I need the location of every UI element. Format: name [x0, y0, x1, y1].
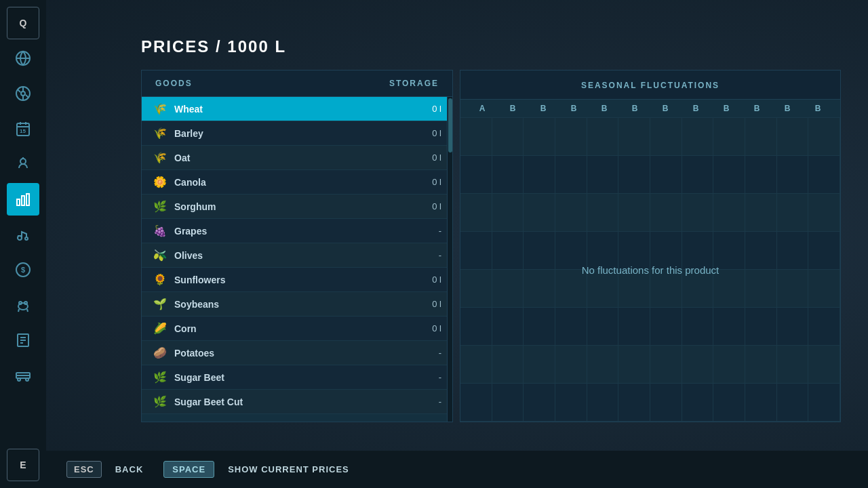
- grid-cell: [460, 194, 492, 231]
- bottom-bar: ESC BACK SPACE SHOW CURRENT PRICES: [46, 451, 868, 488]
- goods-row[interactable]: 🌻Sunflowers0 l: [142, 268, 452, 292]
- goods-storage: -: [414, 226, 441, 236]
- goods-row[interactable]: 🥔Potatoes-: [142, 341, 452, 365]
- svg-line-26: [27, 309, 28, 312]
- grid-cell: [492, 118, 524, 155]
- goods-row[interactable]: 🌿Sugar Beet Cut-: [142, 390, 452, 414]
- goods-icon: 🌿: [153, 199, 167, 214]
- goods-storage: 0 l: [414, 152, 441, 163]
- goods-row[interactable]: 🌿Sugar Beet-: [142, 365, 452, 390]
- sidebar-item-tractor[interactable]: [7, 218, 39, 251]
- grid-cell: [808, 308, 840, 345]
- grid-cell: [745, 194, 777, 231]
- grid-cell: [745, 270, 777, 307]
- sidebar-item-steering[interactable]: [7, 77, 39, 110]
- grid-cell: [524, 194, 555, 231]
- goods-row[interactable]: 🌽Corn0 l: [142, 317, 452, 341]
- grid-cell: [777, 232, 809, 269]
- main-content: PRICES / 1000 L GOODS STORAGE 🌾Wheat0 l🌾…: [46, 0, 868, 488]
- grid-cell: [682, 118, 714, 155]
- sidebar-item-stats[interactable]: [7, 183, 39, 216]
- grid-cell: [650, 156, 682, 193]
- goods-name: Canola: [174, 177, 414, 188]
- grid-cell: [524, 308, 555, 345]
- grid-cell: [555, 118, 587, 155]
- grid-cell: [682, 308, 714, 345]
- season-columns: ABBBBBBBBBBB: [460, 100, 840, 118]
- grid-cell: [808, 270, 840, 307]
- season-col-label: B: [650, 104, 681, 113]
- grid-cell: [650, 194, 682, 231]
- goods-icon: 🌽: [153, 321, 167, 336]
- grid-cell: [460, 308, 492, 345]
- svg-line-25: [18, 309, 19, 312]
- grid-cell: [460, 346, 492, 383]
- goods-row[interactable]: 🌼Canola0 l: [142, 170, 452, 195]
- goods-icon: 🍇: [153, 224, 167, 239]
- grid-cell: [460, 118, 492, 155]
- goods-storage: 0 l: [414, 128, 441, 138]
- grid-cell: [555, 384, 587, 421]
- grid-cell: [777, 194, 809, 231]
- goods-row[interactable]: 🌱Soybeans0 l: [142, 292, 452, 317]
- sidebar-item-globe[interactable]: [7, 42, 39, 75]
- sidebar-item-calendar[interactable]: 15: [7, 113, 39, 145]
- grid-cell: [745, 346, 777, 383]
- sidebar-item-economy[interactable]: $: [7, 253, 39, 286]
- goods-header: GOODS STORAGE: [142, 70, 452, 97]
- goods-row[interactable]: 🍇Grapes-: [142, 219, 452, 243]
- goods-row[interactable]: 🌾Oat0 l: [142, 146, 452, 170]
- sidebar-item-animals[interactable]: [7, 289, 39, 321]
- grid-row: [460, 346, 840, 384]
- goods-storage: 0 l: [414, 274, 441, 285]
- goods-icon: 🫒: [153, 248, 167, 263]
- sidebar-key-q[interactable]: Q: [7, 7, 39, 39]
- sidebar-item-weather[interactable]: [7, 148, 39, 180]
- grid-cell: [682, 194, 714, 231]
- grid-cell: [555, 194, 587, 231]
- grid-row: [460, 308, 840, 346]
- goods-name: Sunflowers: [174, 274, 414, 285]
- goods-storage: -: [414, 372, 441, 382]
- goods-icon: 🌾: [153, 126, 167, 141]
- sidebar-item-notes[interactable]: [7, 324, 39, 357]
- grid-cell: [524, 118, 555, 155]
- grid-row: [460, 156, 840, 194]
- goods-row[interactable]: 🌿Sorghum0 l: [142, 195, 452, 219]
- goods-name: Potatoes: [174, 348, 414, 359]
- goods-name: Soybeans: [174, 299, 414, 310]
- svg-rect-17: [26, 194, 29, 205]
- goods-icon: 🌱: [153, 297, 167, 312]
- grid-cell: [713, 346, 745, 383]
- grid-cell: [492, 270, 524, 307]
- grid-cell: [492, 156, 524, 193]
- grid-cell: [777, 270, 809, 307]
- goods-name: Sorghum: [174, 201, 414, 212]
- sidebar-item-transport[interactable]: [7, 359, 39, 392]
- svg-line-6: [18, 89, 20, 92]
- back-label: BACK: [115, 464, 144, 474]
- grid-cell: [713, 384, 745, 421]
- sidebar-key-e[interactable]: E: [7, 449, 39, 481]
- grid-cell: [460, 232, 492, 269]
- sidebar: Q 15: [0, 0, 46, 488]
- goods-row[interactable]: 🫒Olives-: [142, 243, 452, 268]
- goods-row[interactable]: 🌾Barley0 l: [142, 121, 452, 146]
- grid-cell: [460, 156, 492, 193]
- esc-key[interactable]: ESC: [66, 461, 102, 478]
- goods-icon: 🥔: [153, 346, 167, 361]
- season-col-label: B: [559, 104, 589, 113]
- grid-cell: [555, 346, 587, 383]
- space-key[interactable]: SPACE: [163, 461, 214, 478]
- grid-cell: [492, 232, 524, 269]
- grid-cell: [745, 118, 777, 155]
- season-col-label: B: [498, 104, 528, 113]
- fluctuations-header: SEASONAL FLUCTUATIONS: [460, 70, 840, 100]
- grid-cell: [777, 346, 809, 383]
- svg-text:15: 15: [20, 128, 26, 134]
- season-col-label: B: [803, 104, 833, 113]
- no-fluctuations-text: No fluctuations for this product: [582, 264, 719, 276]
- goods-row[interactable]: 🌾Wheat0 l: [142, 97, 452, 121]
- grid-cell: [650, 346, 682, 383]
- scrollbar-track[interactable]: [447, 97, 452, 422]
